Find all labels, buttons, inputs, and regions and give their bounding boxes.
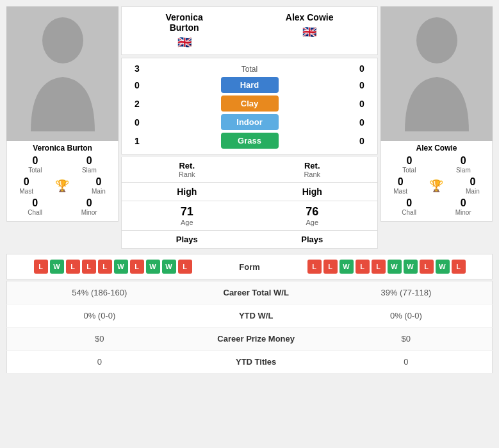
ytd-left: 0% (0-0) [7,304,192,328]
total-right-val: 0 [349,63,375,74]
right-form-badge-l: L [372,260,386,274]
clay-left-val: 2 [124,99,150,109]
left-trophy-icon: 🏆 [55,179,69,193]
total-center-label: Total [150,63,349,74]
right-player-name: Alex Cowie [382,144,491,153]
left-stats-row3: 0 Chall 0 Minor [8,197,117,216]
right-chall-label: Chall [402,209,416,216]
stats-table: 54% (186-160) Career Total W/L 39% (77-1… [6,281,493,374]
left-age-label: Age [181,219,193,226]
right-total-stat: 0 Total [402,155,416,174]
indoor-left-val: 0 [124,117,150,128]
hard-right-val: 0 [349,80,375,90]
hard-row: 0 Hard 0 [124,77,375,93]
ytd-row: 0% (0-0) YTD W/L 0% (0-0) [7,304,493,328]
left-form-badge-l: L [130,260,144,274]
right-main-stat: 0 Main [466,176,480,195]
right-age-block: 76 Age [306,205,318,226]
left-form-badge-w: W [162,260,176,274]
right-form-badge-l: L [307,260,322,274]
right-name-center: Alex Cowie 🇬🇧 [286,12,334,39]
right-silhouette-svg [392,16,482,131]
grass-center: Grass [150,133,349,149]
left-player-photo [6,6,119,141]
grass-right-val: 0 [349,136,375,146]
clay-right-val: 0 [349,99,375,109]
total-row: 3 Total 0 [124,63,375,74]
right-mast-value: 0 [393,176,407,188]
right-name-center-text: Alex Cowie [286,12,334,22]
clay-row: 2 Clay 0 [124,95,375,112]
indoor-center: Indoor [150,114,349,130]
indoor-right-val: 0 [349,117,375,128]
left-rank-sub: Rank [179,170,195,178]
form-label: Form [192,262,307,272]
right-slam-stat: 0 Slam [456,155,471,174]
player-comparison: Veronica Burton 0 Total 0 Slam 0 Mast [6,6,493,249]
indoor-row: 0 Indoor 0 [124,114,375,130]
titles-row: 0 YTD Titles 0 [7,351,493,374]
right-main-label: Main [466,188,480,195]
left-form-badge-l: L [66,260,80,274]
prize-row: $0 Career Prize Money $0 [7,328,493,351]
right-flag-center: 🇬🇧 [286,25,334,39]
right-total-value: 0 [402,155,416,167]
left-main-stat: 0 Main [92,176,106,195]
ytd-label: YTD W/L [192,304,320,328]
surface-stats-box: 3 Total 0 0 Hard 0 2 [121,58,378,154]
grass-row: 1 Grass 0 [124,133,375,149]
form-row: LWLLLWLWWL Form LLWLLWWLWL [6,254,493,279]
right-total-label: Total [402,167,416,174]
right-form-badge-l: L [323,260,338,274]
left-slam-label: Slam [82,167,97,174]
right-chall-value: 0 [402,197,416,209]
clay-center: Clay [150,95,349,112]
right-stats-row3: 0 Chall 0 Minor [382,197,491,216]
left-total-label: Total [28,167,42,174]
career-total-label: Career Total W/L [192,281,320,304]
grass-button: Grass [221,133,279,149]
right-mast-stat: 0 Mast [393,176,407,195]
left-mast-value: 0 [19,176,33,188]
right-chall-stat: 0 Chall [402,197,416,216]
center-rank-row: Ret. Rank Ret. Rank [121,157,378,183]
career-total-right: 39% (77-118) [320,281,493,304]
prize-right: $0 [320,328,493,351]
right-plays: Plays [301,235,323,244]
ytd-right: 0% (0-0) [320,304,493,328]
right-player-photo [380,6,493,141]
left-silhouette-svg [18,16,108,131]
left-form-badge-l: L [98,260,112,274]
left-form-badge-w: W [146,260,160,274]
right-age-val: 76 [306,205,318,219]
prize-left: $0 [7,328,192,351]
left-slam-value: 0 [82,155,97,167]
left-chall-label: Chall [28,209,42,216]
left-stats-row2: 0 Mast 🏆 0 Main [8,176,117,195]
left-plays: Plays [176,235,198,244]
hard-left-val: 0 [124,80,150,90]
right-age-label: Age [306,219,318,226]
indoor-button: Indoor [221,114,279,130]
hard-button: Hard [221,77,279,93]
right-form-badge-w: W [404,260,418,274]
right-form-badge-l: L [356,260,370,274]
center-high-row: High High [121,183,378,201]
center-names-row: VeronicaBurton 🇬🇧 Alex Cowie 🇬🇧 [121,6,378,55]
left-total-value: 0 [28,155,42,167]
right-rank-block: Ret. Rank [304,161,320,178]
center-column: VeronicaBurton 🇬🇧 Alex Cowie 🇬🇧 3 Total … [119,6,380,249]
left-player-name: Veronica Burton [8,144,117,153]
left-minor-value: 0 [81,197,97,209]
left-mast-stat: 0 Mast [19,176,33,195]
left-name-center-text: VeronicaBurton [165,12,202,33]
left-mast-label: Mast [19,188,33,195]
left-name-center: VeronicaBurton 🇬🇧 [165,12,202,49]
career-total-left: 54% (186-160) [7,281,192,304]
left-form-badges: LWLLLWLWWL [13,260,192,274]
right-minor-label: Minor [455,209,471,216]
center-age-row: 71 Age 76 Age [121,201,378,231]
svg-point-0 [42,17,83,63]
left-flag-center: 🇬🇧 [165,35,202,49]
left-player-area: Veronica Burton 0 Total 0 Slam 0 Mast [6,6,119,249]
